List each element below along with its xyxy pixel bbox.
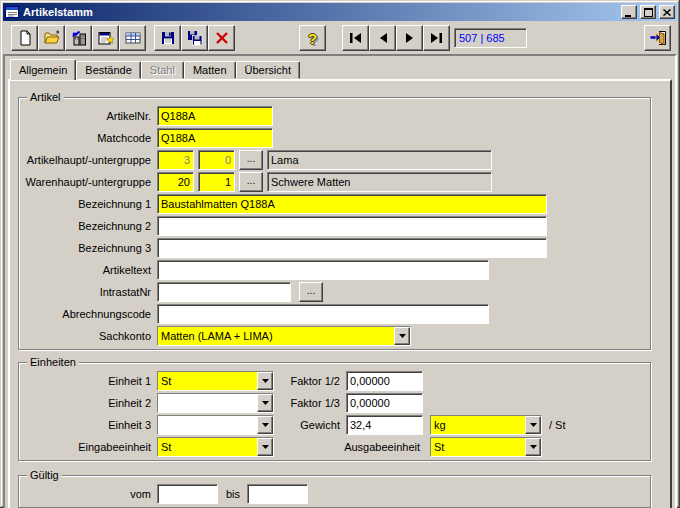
tab-strip: Allgemein Bestände Stahl Matten Übersich… <box>8 58 672 79</box>
help-icon: ? <box>308 30 317 47</box>
einheit3-combo[interactable] <box>157 415 274 435</box>
eingabeeinheit-value: St <box>158 438 257 456</box>
artikelgruppe-browse-button[interactable]: ... <box>239 150 263 170</box>
artikel-group-legend: Artikel <box>27 91 64 103</box>
gewicht-einheit-dropdown-button[interactable] <box>525 416 541 434</box>
bezeichnung1-input[interactable] <box>157 194 547 214</box>
faktor13-input[interactable] <box>346 393 423 413</box>
artikelgruppe-row: Artikelhaupt/-untergruppe ... Lama <box>19 150 650 170</box>
minimize-button[interactable] <box>621 5 637 19</box>
nav-next-button[interactable] <box>396 25 423 51</box>
einheit2-combo[interactable] <box>157 393 274 413</box>
artikeltext-label: Artikeltext <box>19 264 151 276</box>
intrastatnr-label: IntrastatNr <box>19 286 151 298</box>
eingabeeinheit-row: Eingabeeinheit St Ausgabeeinheit St <box>19 437 650 457</box>
einheit1-combo[interactable]: St <box>157 371 274 391</box>
einheit3-row: Einheit 3 Gewicht kg / St <box>19 415 650 435</box>
close-button[interactable] <box>659 5 675 19</box>
save-icon <box>160 30 176 46</box>
einheit3-dropdown-button[interactable] <box>257 416 273 434</box>
maximize-button[interactable] <box>640 5 656 19</box>
maximize-icon <box>644 8 653 17</box>
warengruppe-row: Warenhaupt/-untergruppe ... Schwere Matt… <box>19 172 650 192</box>
open-folder-icon <box>44 30 60 46</box>
warengruppe-browse-button[interactable]: ... <box>239 172 263 192</box>
warengruppe-name: Schwere Matten <box>267 172 492 192</box>
gewicht-input[interactable] <box>346 415 423 435</box>
ausgabeeinheit-dropdown-button[interactable] <box>525 438 541 456</box>
sachkonto-combo[interactable]: Matten (LAMA + LIMA) <box>157 326 411 346</box>
eingabeeinheit-combo[interactable]: St <box>157 437 274 457</box>
sachkonto-label: Sachkonto <box>19 330 151 342</box>
abrechnungscode-label: Abrechnungscode <box>19 308 151 320</box>
abrechnungscode-input[interactable] <box>157 304 489 324</box>
intrastatnr-browse-button[interactable]: ... <box>299 282 323 302</box>
einheit1-label: Einheit 1 <box>19 375 151 387</box>
form-edit-button[interactable] <box>92 25 119 51</box>
einheit1-value: St <box>158 372 257 390</box>
bezeichnung2-input[interactable] <box>157 216 547 236</box>
window-title: Artikelstamm <box>21 6 618 18</box>
delete-icon <box>214 30 230 46</box>
faktor12-label: Faktor 1/2 <box>274 375 340 387</box>
bezeichnung3-row: Bezeichnung 3 <box>19 238 650 258</box>
faktor12-input[interactable] <box>346 371 423 391</box>
delete-button[interactable] <box>208 25 235 51</box>
new-button[interactable] <box>11 25 38 51</box>
artikelstamm-window: Artikelstamm <box>0 0 680 508</box>
app-icon <box>5 5 19 19</box>
artikeltext-row: Artikeltext <box>19 260 650 280</box>
warenuntergruppe-input[interactable] <box>198 172 235 192</box>
intrastatnr-input[interactable] <box>157 282 291 302</box>
ausgabeeinheit-combo[interactable]: St <box>430 437 542 457</box>
sachkonto-value: Matten (LAMA + LIMA) <box>158 327 394 345</box>
table-view-button[interactable] <box>119 25 146 51</box>
einheit1-dropdown-button[interactable] <box>257 372 273 390</box>
bezeichnung3-label: Bezeichnung 3 <box>19 242 151 254</box>
artikelgruppe-label: Artikelhaupt/-untergruppe <box>19 154 151 166</box>
tab-uebersicht[interactable]: Übersicht <box>236 61 300 79</box>
nav-first-button[interactable] <box>342 25 369 51</box>
artikelnr-input[interactable] <box>157 106 273 126</box>
sachkonto-dropdown-button[interactable] <box>394 327 410 345</box>
artikelnr-row: ArtikelNr. <box>19 106 650 126</box>
bezeichnung3-input[interactable] <box>157 238 547 258</box>
gewicht-label: Gewicht <box>274 419 340 431</box>
nav-prev-button[interactable] <box>369 25 396 51</box>
artikelgruppe-name: Lama <box>267 150 492 170</box>
matchcode-label: Matchcode <box>19 132 151 144</box>
chevron-down-icon <box>262 401 269 405</box>
company-browse-button[interactable] <box>65 25 92 51</box>
toolbar: ? 507 | 685 <box>3 22 677 54</box>
gewicht-einheit-value: kg <box>431 416 525 434</box>
tab-bestaende[interactable]: Bestände <box>76 61 140 79</box>
open-button[interactable] <box>38 25 65 51</box>
tab-allgemein[interactable]: Allgemein <box>10 59 76 80</box>
gueltig-group: Gültig vom bis <box>18 475 651 508</box>
save-all-button[interactable] <box>181 25 208 51</box>
tab-matten[interactable]: Matten <box>184 61 236 79</box>
nav-last-button[interactable] <box>423 25 450 51</box>
bis-input[interactable] <box>247 484 308 504</box>
artikeltext-input[interactable] <box>157 260 489 280</box>
matchcode-row: Matchcode <box>19 128 650 148</box>
eingabeeinheit-label: Eingabeeinheit <box>19 441 151 453</box>
artikeluntergruppe-input <box>198 150 235 170</box>
nav-last-icon <box>430 33 443 43</box>
titlebar: Artikelstamm <box>3 3 677 21</box>
gewicht-einheit-combo[interactable]: kg <box>430 415 542 435</box>
ausgabeeinheit-label: Ausgabeeinheit <box>274 441 420 453</box>
gueltig-row: vom bis <box>19 484 650 504</box>
bezeichnung2-row: Bezeichnung 2 <box>19 216 650 236</box>
bezeichnung1-row: Bezeichnung 1 <box>19 194 650 214</box>
vom-input[interactable] <box>157 484 218 504</box>
artikelhauptgruppe-input <box>157 150 194 170</box>
matchcode-input[interactable] <box>157 128 273 148</box>
artikel-group: Artikel ArtikelNr. Matchcode Artikelhaup… <box>18 97 651 350</box>
exit-button[interactable] <box>644 25 671 51</box>
help-button[interactable]: ? <box>299 25 326 51</box>
warenhauptgruppe-input[interactable] <box>157 172 194 192</box>
einheit2-dropdown-button[interactable] <box>257 394 273 412</box>
eingabeeinheit-dropdown-button[interactable] <box>257 438 273 456</box>
save-button[interactable] <box>154 25 181 51</box>
